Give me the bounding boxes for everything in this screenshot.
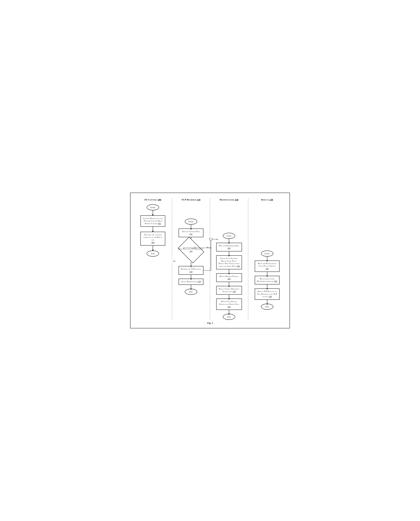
arrow-replay-4 xyxy=(267,300,267,304)
flow-pre: Start Wait for Reordered Data 222 Check … xyxy=(211,204,247,320)
check-valid-ref: 224 xyxy=(237,265,240,267)
reorder-tcp-box: Reorder the TCP packets 216 xyxy=(179,266,203,275)
arrow-io-2 xyxy=(153,227,153,231)
column-replay: Replay 230 Start Read the Preprocessor V… xyxy=(248,198,286,320)
column-io-capture: IO Capture 200 Start Capture Workload us… xyxy=(134,198,172,320)
detect-dropped-box: Detect Dropped Packets 226 xyxy=(216,273,242,282)
column-preprocessor: Preprocessor 220 Start Wait for Reordere… xyxy=(210,198,248,320)
arrow-pre-5 xyxy=(229,295,229,298)
col-title-tcp: TCP Reorder xyxy=(181,198,196,201)
replay-tcp-ref: 236 xyxy=(269,295,272,297)
arrow-replay-2 xyxy=(267,272,267,276)
start-tcp: Start xyxy=(185,218,197,225)
flow-tcp: Start Analyze Capture Data 212 Does Data… xyxy=(173,204,209,295)
read-offsets-text: Read the Preprocessor Valid Packet Offse… xyxy=(258,263,276,267)
yes-label: Yes xyxy=(173,260,176,262)
col-header-replay: Replay 230 xyxy=(261,198,273,201)
transfer-workload-ref: 204 xyxy=(151,241,154,243)
reorder-text: Reorder the TCP packets xyxy=(181,268,201,270)
wait-reordered-box: Wait for Reordered Data 222 xyxy=(216,243,242,251)
detect-commit-ref: 228 xyxy=(233,290,236,293)
arrow-tcp-1 xyxy=(191,225,191,228)
arrow-tcp-3 xyxy=(191,262,191,266)
col-num-replay: 230 xyxy=(269,198,273,201)
tcp-reorder-label: Does Data have TCP Reorders? 214 xyxy=(179,248,203,252)
arrow-io-3 xyxy=(153,246,153,250)
arrow-pre-1 xyxy=(229,239,229,243)
transfer-workload-text: Transfer the captured workload to the Re… xyxy=(143,234,162,241)
capture-workload-ref: 202 xyxy=(158,223,161,225)
col-num-tcp: 210 xyxy=(197,198,200,201)
write-valid-box: Write Valid Packet Offsets into Offset F… xyxy=(216,298,242,310)
start-replay: Start xyxy=(261,250,273,257)
arrow-tcp-5 xyxy=(191,285,191,289)
transfer-workload-box: Transfer the captured workload to the Re… xyxy=(140,232,165,246)
analyze-capture-box: Analyze Capture Data 212 xyxy=(179,228,203,237)
signal-text: Signal Preprocessor xyxy=(181,280,197,282)
detect-commit-box: Detect Commit Dependent Transaction 228 xyxy=(216,286,242,295)
replay-tcp-text: Replay TCP Payload to Test Database usin… xyxy=(257,290,277,297)
reorder-ref: 216 xyxy=(189,271,192,272)
column-tcp-reorder: TCP Reorder 210 Start Analyze Capture Da… xyxy=(172,198,210,320)
start-io: Start xyxy=(147,204,159,210)
col-num-pre: 220 xyxy=(235,198,238,201)
signal-ref: 218 xyxy=(198,280,201,282)
wait-ref: 222 xyxy=(228,247,231,249)
check-valid-text: Check Valid Sessions, Replay Start Point… xyxy=(218,257,240,267)
diagram-page: IO Capture 200 Start Capture Workload us… xyxy=(130,193,290,328)
analyze-ref: 212 xyxy=(189,233,192,235)
arrow-pre-2 xyxy=(229,251,229,255)
arrow-io-1 xyxy=(153,210,153,215)
col-num-io: 200 xyxy=(158,198,161,201)
end-io: End xyxy=(147,250,159,257)
col-title-replay: Replay xyxy=(261,198,269,201)
col-header-pre: Preprocessor 220 xyxy=(220,198,238,201)
col-header-tcp: TCP Reorder 210 xyxy=(181,198,200,201)
flow-io: Start Capture Workload using Network Cap… xyxy=(135,204,171,257)
arrow-replay-3 xyxy=(267,285,267,288)
col-title-pre: Preprocessor xyxy=(220,198,234,201)
arrow-pre-3 xyxy=(229,269,229,273)
arrow-pre-4 xyxy=(229,282,229,286)
arrow-tcp-4 xyxy=(191,275,191,279)
flowchart-diagram: IO Capture 200 Start Capture Workload us… xyxy=(134,198,286,320)
arrow-replay-1 xyxy=(267,257,267,261)
wait-text: Wait for Reordered Data xyxy=(219,245,239,247)
fig-label: Fig. 2 xyxy=(134,322,286,325)
detect-commit-text: Detect Commit Dependent Transaction xyxy=(219,288,239,293)
read-packets-ref: 234 xyxy=(274,280,277,282)
write-valid-ref: 229 xyxy=(228,306,231,308)
col-header-io: IO Capture 200 xyxy=(144,198,161,201)
tcp-reorder-diamond-wrap: Does Data have TCP Reorders? 214 No Yes xyxy=(179,241,203,259)
read-offsets-box: Read the Preprocessor Valid Packet Offse… xyxy=(255,261,280,272)
capture-workload-box: Capture Workload using Network Capture &… xyxy=(140,215,165,227)
read-packets-box: Read packets from Reordered workload 234 xyxy=(255,276,280,285)
col-title-io: IO Capture xyxy=(144,198,157,201)
replay-tcp-box: Replay TCP Payload to Test Database usin… xyxy=(255,288,280,300)
analyze-text: Analyze Capture Data xyxy=(182,231,200,233)
detect-dropped-ref: 226 xyxy=(228,278,231,280)
check-valid-box: Check Valid Sessions, Replay Start Point… xyxy=(216,255,242,269)
detect-dropped-text: Detect Dropped Packets xyxy=(219,275,239,277)
read-packets-text: Read packets from Reordered workload xyxy=(257,278,274,282)
start-pre: Start xyxy=(223,233,235,239)
write-valid-text: Write Valid Packet Offsets into Offset F… xyxy=(219,301,239,305)
read-offsets-ref: 232 xyxy=(266,268,269,270)
arrow-pre-6 xyxy=(229,310,229,314)
flow-replay: Start Read the Preprocessor Valid Packet… xyxy=(249,204,285,310)
no-label: No xyxy=(207,247,209,249)
